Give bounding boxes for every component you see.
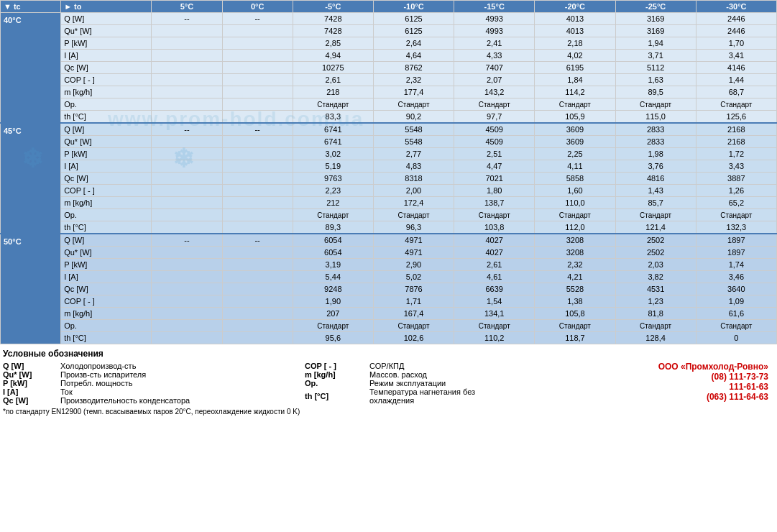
value-cell: Стандарт <box>293 209 373 221</box>
value-cell: 2446 <box>696 25 776 37</box>
param-cell: m [kg/h] <box>61 86 152 98</box>
param-cell: Qu* [W] <box>61 247 152 259</box>
value-cell <box>222 221 293 234</box>
legend-desc: Потребл. мощность <box>60 379 305 387</box>
value-cell: 4013 <box>535 25 615 37</box>
legend-row: P [kW] Потребл. мощность <box>3 379 305 387</box>
value-cell <box>222 308 293 320</box>
value-cell <box>222 136 293 148</box>
value-cell <box>222 271 293 283</box>
value-cell: 5,44 <box>293 271 373 283</box>
value-cell: 128,4 <box>615 332 696 344</box>
to-header: ► to <box>61 1 152 13</box>
value-cell <box>152 50 222 62</box>
value-cell: 4,64 <box>373 50 454 62</box>
value-cell <box>222 160 293 173</box>
value-cell: 2,90 <box>373 259 454 271</box>
param-cell: P [kW] <box>61 259 152 271</box>
value-cell: 2,25 <box>535 148 615 160</box>
phone1: (08) 111-73-73 <box>520 372 768 382</box>
value-cell: 95,6 <box>293 332 373 344</box>
value-cell: 4,02 <box>535 50 615 62</box>
value-cell: 7428 <box>293 25 373 37</box>
value-cell: Стандарт <box>454 320 535 332</box>
value-cell: 4816 <box>615 173 696 185</box>
legend-sym: I [A] <box>3 387 60 396</box>
value-cell <box>152 209 222 221</box>
legend-sym2: th [°C] <box>305 387 369 405</box>
value-cell <box>152 98 222 111</box>
value-cell: 2833 <box>615 136 696 148</box>
value-cell: 96,3 <box>373 221 454 234</box>
legend-row: I [A] Ток <box>3 387 305 396</box>
value-cell: 2,32 <box>535 259 615 271</box>
value-cell: 6741 <box>293 136 373 148</box>
legend-desc: Производительность конденсатора <box>60 396 305 405</box>
value-cell: 212 <box>293 197 373 209</box>
param-cell: Qu* [W] <box>61 25 152 37</box>
tc-cell: 40°C <box>1 13 61 124</box>
value-cell: 6741 <box>293 123 373 136</box>
value-cell: 8762 <box>373 62 454 74</box>
param-cell: th [°C] <box>61 221 152 234</box>
tc-cell: 45°C <box>1 123 61 234</box>
value-cell <box>222 197 293 209</box>
value-cell: 207 <box>293 308 373 320</box>
value-cell: 4146 <box>696 62 776 74</box>
value-cell: Стандарт <box>615 320 696 332</box>
value-cell: 4971 <box>373 247 454 259</box>
legend-sym: P [kW] <box>3 379 60 387</box>
value-cell: 1,44 <box>696 74 776 86</box>
value-cell: 3609 <box>535 123 615 136</box>
value-cell: 4,33 <box>454 50 535 62</box>
value-cell: 1897 <box>696 247 776 259</box>
value-cell: 134,1 <box>454 308 535 320</box>
value-cell: 2,51 <box>454 148 535 160</box>
value-cell: -- <box>222 13 293 25</box>
param-cell: Op. <box>61 98 152 111</box>
value-cell: 3887 <box>696 173 776 185</box>
value-cell: 2,00 <box>373 185 454 197</box>
value-cell: 118,7 <box>535 332 615 344</box>
value-cell <box>222 332 293 344</box>
value-cell: 4,94 <box>293 50 373 62</box>
value-cell: 2833 <box>615 123 696 136</box>
value-cell: 102,6 <box>373 332 454 344</box>
value-cell: 143,2 <box>454 86 535 98</box>
value-cell: -- <box>152 13 222 25</box>
phone2: 111-61-63 <box>520 382 768 392</box>
value-cell <box>222 50 293 62</box>
value-cell: 6125 <box>373 25 454 37</box>
value-cell: 3,43 <box>696 160 776 173</box>
value-cell: 5112 <box>615 62 696 74</box>
value-cell: 1,70 <box>696 37 776 50</box>
value-cell: 1,23 <box>615 295 696 308</box>
value-cell <box>222 259 293 271</box>
value-cell: 4,83 <box>373 160 454 173</box>
value-cell: 10275 <box>293 62 373 74</box>
value-cell: 2168 <box>696 136 776 148</box>
value-cell: 3208 <box>535 247 615 259</box>
value-cell <box>222 185 293 197</box>
legend-desc: Холодопроизвод-сть <box>60 362 305 370</box>
value-cell: 4509 <box>454 123 535 136</box>
value-cell: 4027 <box>454 234 535 247</box>
col-n20: -20°C <box>535 1 615 13</box>
value-cell: 1,09 <box>696 295 776 308</box>
legend-desc: Ток <box>60 387 305 396</box>
param-cell: Qc [W] <box>61 173 152 185</box>
param-cell: P [kW] <box>61 37 152 50</box>
value-cell: 5528 <box>535 283 615 295</box>
value-cell <box>152 332 222 344</box>
value-cell: 1,38 <box>535 295 615 308</box>
value-cell: 61,6 <box>696 308 776 320</box>
value-cell: 3169 <box>615 13 696 25</box>
value-cell: 5548 <box>373 136 454 148</box>
value-cell: Стандарт <box>696 98 776 111</box>
value-cell: 4,61 <box>454 271 535 283</box>
value-cell <box>152 197 222 209</box>
value-cell <box>152 111 222 124</box>
value-cell <box>222 295 293 308</box>
value-cell: 1,84 <box>535 74 615 86</box>
legend-desc2: СОР/КПД <box>369 362 520 370</box>
